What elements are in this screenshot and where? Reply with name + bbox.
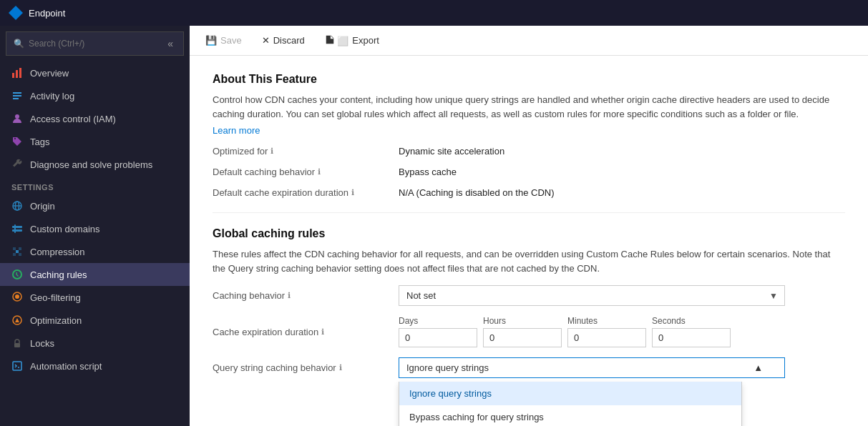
collapse-button[interactable]: «	[165, 36, 176, 51]
days-field: Days	[399, 316, 477, 347]
hours-input[interactable]	[483, 328, 562, 347]
minutes-label: Minutes	[567, 316, 646, 326]
sidebar-item-overview[interactable]: Overview	[0, 61, 190, 84]
global-caching-title: Global caching rules	[213, 227, 845, 240]
svg-rect-13	[16, 250, 19, 253]
export-button[interactable]: ⬜ Export	[321, 31, 384, 49]
cache-expiration-info-icon[interactable]: ℹ	[321, 327, 324, 337]
minutes-input[interactable]	[567, 328, 646, 347]
svg-rect-1	[16, 70, 18, 78]
sidebar-item-diagnose[interactable]: Diagnose and solve problems	[0, 153, 190, 176]
save-button[interactable]: 💾 Save	[201, 32, 246, 49]
cache-expiration-label: Cache expiration duration ℹ	[213, 327, 399, 337]
svg-point-6	[15, 114, 19, 119]
hours-field: Hours	[483, 316, 562, 347]
svg-rect-12	[14, 224, 16, 233]
main-layout: 🔍 « Overview Activity log Access control…	[0, 26, 868, 426]
discard-icon: ✕	[262, 35, 270, 46]
sidebar-item-label: Tags	[30, 137, 49, 147]
duration-inputs: Days Hours Minutes Seconds	[399, 316, 731, 347]
query-string-select-box[interactable]: Ignore query strings ▲	[399, 357, 785, 378]
sidebar-item-activity-log[interactable]: Activity log	[0, 84, 190, 107]
sidebar-item-label: Automation script	[30, 361, 102, 372]
svg-rect-3	[13, 92, 21, 94]
sidebar-item-access-control[interactable]: Access control (IAM)	[0, 107, 190, 130]
svg-rect-2	[19, 68, 21, 78]
svg-rect-5	[13, 98, 19, 99]
search-input[interactable]	[29, 39, 160, 49]
global-caching-description: These rules affect the CDN caching behav…	[213, 247, 845, 275]
top-bar: Endpoint	[0, 0, 868, 26]
days-input[interactable]	[399, 328, 477, 347]
seconds-input[interactable]	[652, 328, 731, 347]
optimized-for-label: Optimized for ℹ	[213, 146, 399, 157]
optimized-for-row: Optimized for ℹ Dynamic site acceleratio…	[213, 146, 845, 157]
minutes-field: Minutes	[567, 316, 646, 347]
sidebar-item-caching-rules[interactable]: Caching rules	[0, 263, 190, 286]
discard-button[interactable]: ✕ Discard	[258, 32, 309, 49]
hours-label: Hours	[483, 316, 562, 326]
query-string-selected-value: Ignore query strings	[406, 362, 489, 373]
optimized-for-value: Dynamic site acceleration	[399, 146, 504, 157]
svg-rect-16	[14, 343, 20, 347]
main-content: 💾 Save ✕ Discard ⬜ Export About This Fea…	[190, 26, 868, 426]
divider-1	[213, 212, 845, 213]
optimized-for-info-icon[interactable]: ℹ	[270, 147, 273, 156]
caching-behavior-control: Not set Bypass cache Override Set if mis…	[399, 285, 785, 306]
about-section: About This Feature Control how CDN cache…	[213, 73, 845, 136]
query-string-row: Query string caching behavior ℹ Ignore q…	[213, 357, 845, 378]
seconds-field: Seconds	[652, 316, 731, 347]
wrench-icon	[11, 159, 23, 170]
days-label: Days	[399, 316, 477, 326]
svg-rect-11	[12, 229, 22, 232]
sidebar-item-geo-filtering[interactable]: Geo-filtering	[0, 286, 190, 309]
toolbar: 💾 Save ✕ Discard ⬜ Export	[190, 26, 868, 56]
svg-rect-0	[12, 73, 14, 78]
sidebar-item-compression[interactable]: Compression	[0, 240, 190, 263]
default-caching-value: Bypass cache	[399, 167, 457, 177]
sidebar-item-optimization[interactable]: Optimization	[0, 309, 190, 332]
cache-expiration-row: Cache expiration duration ℹ Days Hours M…	[213, 316, 845, 347]
caching-behavior-select[interactable]: Not set Bypass cache Override Set if mis…	[399, 285, 785, 306]
svg-point-14	[15, 294, 19, 299]
search-box[interactable]: 🔍 «	[6, 31, 184, 56]
sidebar-item-automation-script[interactable]: Automation script	[0, 355, 190, 377]
sidebar-item-label: Origin	[30, 201, 55, 212]
sidebar-item-label: Geo-filtering	[30, 292, 81, 303]
search-icon: 🔍	[14, 39, 24, 49]
settings-section-label: SETTINGS	[0, 176, 190, 194]
default-expiration-info-icon[interactable]: ℹ	[351, 188, 354, 197]
default-caching-row: Default caching behavior ℹ Bypass cache	[213, 167, 845, 177]
sidebar-item-locks[interactable]: Locks	[0, 332, 190, 355]
chart-icon	[11, 67, 23, 79]
default-expiration-row: Default cache expiration duration ℹ N/A …	[213, 187, 845, 198]
caching-behavior-label: Caching behavior ℹ	[213, 290, 399, 301]
query-string-label: Query string caching behavior ℹ	[213, 362, 399, 373]
optimization-icon	[11, 314, 23, 326]
sidebar-item-label: Custom domains	[30, 224, 100, 234]
dropdown-item-bypass[interactable]: Bypass caching for query strings	[399, 405, 741, 426]
sidebar-item-origin[interactable]: Origin	[0, 194, 190, 217]
sidebar-item-label: Access control (IAM)	[30, 114, 116, 124]
dropdown-item-ignore[interactable]: Ignore query strings	[399, 382, 741, 405]
caching-icon	[11, 269, 23, 280]
domain-icon	[11, 223, 23, 234]
sidebar-item-label: Compression	[30, 247, 85, 257]
default-caching-info-icon[interactable]: ℹ	[318, 167, 321, 177]
tag-icon	[11, 136, 23, 147]
sidebar-item-label: Overview	[30, 68, 69, 79]
sidebar-item-label: Optimization	[30, 315, 82, 326]
lock-icon	[11, 337, 23, 349]
default-expiration-label: Default cache expiration duration ℹ	[213, 187, 399, 198]
seconds-label: Seconds	[652, 316, 731, 326]
about-description: Control how CDN caches your content, inc…	[213, 93, 845, 121]
app-title: Endpoint	[29, 8, 65, 19]
content-area: About This Feature Control how CDN cache…	[190, 56, 868, 426]
caching-behavior-info-icon[interactable]: ℹ	[288, 291, 291, 300]
learn-more-link[interactable]: Learn more	[213, 125, 260, 136]
sidebar-item-label: Activity log	[30, 91, 74, 101]
query-string-info-icon[interactable]: ℹ	[339, 363, 342, 372]
sidebar-item-tags[interactable]: Tags	[0, 130, 190, 153]
sidebar-item-custom-domains[interactable]: Custom domains	[0, 217, 190, 240]
default-caching-label: Default caching behavior ℹ	[213, 167, 399, 177]
